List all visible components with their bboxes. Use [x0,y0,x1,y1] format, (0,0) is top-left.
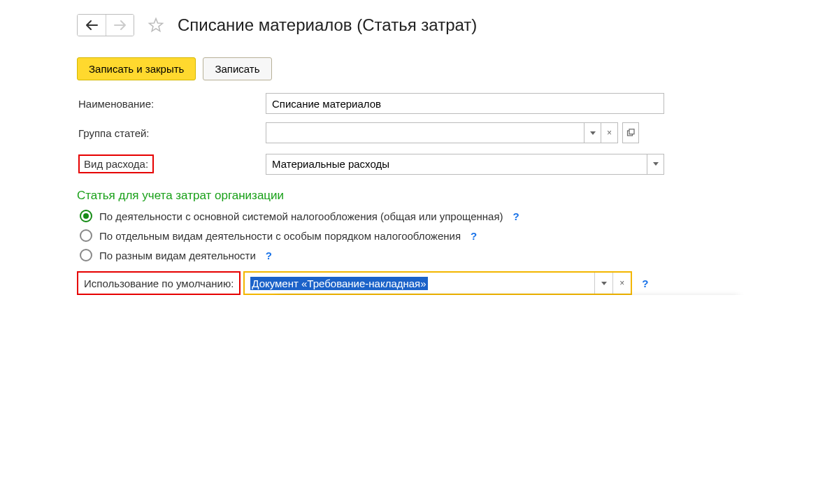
usage-field[interactable]: Документ «Требование-накладная» × [243,271,632,295]
expense-type-dropdown-button[interactable] [647,154,664,175]
nav-back-button[interactable] [78,15,106,36]
radio-button-icon [80,249,92,261]
favorite-star-icon[interactable] [147,16,165,34]
svg-rect-1 [629,129,634,134]
radio-button-icon [80,229,92,242]
expense-type-input[interactable] [266,154,647,175]
header-row: Списание материалов (Статья затрат) [77,14,839,36]
clear-x-icon: × [607,128,612,138]
group-open-button[interactable] [622,122,639,143]
usage-clear-button[interactable]: × [612,273,631,294]
clear-x-icon: × [619,278,624,288]
chevron-down-icon [590,131,596,135]
radio-option-2[interactable]: По разным видам деятельности? [80,249,839,261]
usage-label: Использование по умолчанию: [77,271,241,295]
name-input[interactable] [266,93,664,114]
page-title: Списание материалов (Статья затрат) [178,15,477,35]
row-expense-type: Вид расхода: [77,152,839,176]
radio-help-button[interactable]: ? [513,210,519,222]
radio-help-button[interactable]: ? [471,230,477,242]
usage-input[interactable]: Документ «Требование-накладная» [245,273,594,294]
nav-buttons [77,14,134,36]
nav-forward-button[interactable] [106,15,134,36]
group-label: Группа статей: [77,124,264,142]
open-external-icon [626,129,635,137]
chevron-down-icon [653,162,659,166]
radio-option-0[interactable]: По деятельности с основной системой нало… [80,210,839,222]
arrow-left-icon [85,20,98,30]
chevron-down-icon [601,282,607,285]
save-and-close-button[interactable]: Записать и закрыть [77,57,196,80]
section-heading: Статья для учета затрат организации [77,189,839,203]
radio-group: По деятельности с основной системой нало… [77,210,839,261]
usage-help-button[interactable]: ? [642,278,648,289]
toolbar: Записать и закрыть Записать [77,57,839,80]
radio-button-icon [80,210,92,222]
usage-selected-text: Документ «Требование-накладная» [250,277,427,290]
save-button[interactable]: Записать [203,57,271,80]
radio-label: По отдельным видам деятельности с особым… [99,230,461,242]
row-usage: Использование по умолчанию: Документ «Тр… [77,271,839,295]
group-dropdown-button[interactable] [585,122,601,143]
group-clear-button[interactable]: × [601,122,618,143]
radio-label: По деятельности с основной системой нало… [99,210,503,222]
row-name: Наименование: [77,93,839,114]
arrow-right-icon [114,20,127,30]
radio-label: По разным видам деятельности [99,250,256,261]
radio-help-button[interactable]: ? [266,250,272,261]
group-input[interactable] [266,122,585,143]
radio-option-1[interactable]: По отдельным видам деятельности с особым… [80,229,839,242]
usage-dropdown-button[interactable] [594,273,612,294]
expense-type-label: Вид расхода: [78,154,154,173]
row-group: Группа статей: × [77,122,839,143]
name-label: Наименование: [77,95,264,113]
